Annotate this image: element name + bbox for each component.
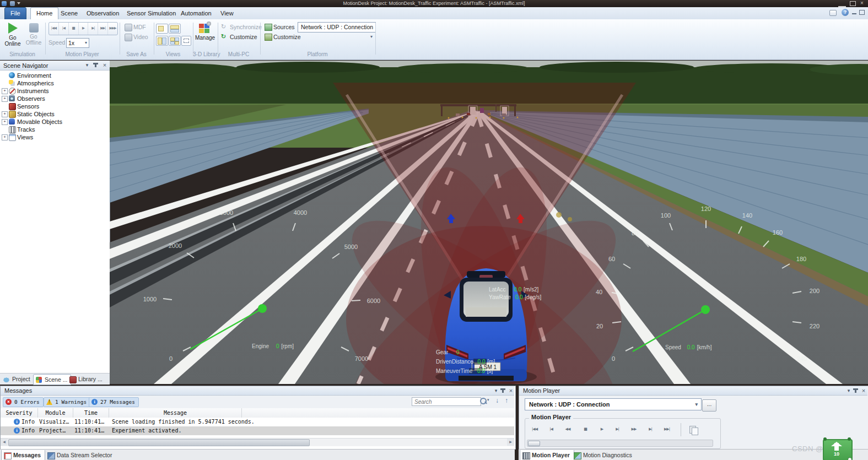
tab-project[interactable]: Project: [1, 374, 34, 384]
help-icon[interactable]: ?: [842, 9, 849, 16]
expander-icon[interactable]: +: [2, 119, 8, 125]
tree-item-sensors[interactable]: Sensors: [0, 102, 110, 110]
next-button[interactable]: ▶|: [643, 424, 657, 435]
connection-select[interactable]: Network : UDP : Connection ▾: [525, 398, 702, 410]
view-frame-button[interactable]: [181, 36, 191, 46]
connection-browse-button[interactable]: ...: [702, 399, 716, 412]
scene-navigator-pin-icon[interactable]: [95, 63, 96, 67]
message-row-selected[interactable]: i Info Project… 11:10:41… Experiment act…: [1, 426, 514, 435]
column-severity[interactable]: Severity: [1, 408, 38, 418]
statusbar-tab-messages[interactable]: Messages: [1, 450, 45, 460]
stop-button[interactable]: ■: [578, 424, 592, 435]
column-message[interactable]: Message: [109, 408, 242, 418]
selection-handle[interactable]: [848, 457, 852, 460]
tab-automation[interactable]: Automation: [175, 8, 217, 19]
play-button[interactable]: ▶: [79, 23, 89, 35]
motion-player-header[interactable]: Motion Player ▾ ×: [519, 386, 867, 396]
rewind-button[interactable]: ◀◀: [560, 424, 575, 435]
search-options-button[interactable]: ▾: [479, 397, 491, 405]
step-forward-button[interactable]: ▶|: [610, 424, 624, 435]
find-previous-button[interactable]: ↑: [503, 396, 510, 405]
tab-scene-navigator[interactable]: Scene ...: [33, 374, 71, 385]
skip-last-button[interactable]: ▶▶▶: [108, 23, 117, 35]
messages-close-icon[interactable]: ×: [508, 388, 514, 394]
messages-menu-icon[interactable]: ▾: [493, 388, 499, 394]
minimize-button[interactable]: [838, 1, 846, 7]
platform-customize-button[interactable]: Customize: [273, 33, 301, 41]
tree-item-observers[interactable]: + Observers: [0, 95, 110, 102]
sources-button[interactable]: Sources: [273, 23, 295, 31]
statusbar-tab-data-stream-selector[interactable]: Data Stream Selector: [45, 450, 116, 460]
scene-navigator-header[interactable]: Scene Navigator ▾ ×: [0, 61, 110, 71]
column-module[interactable]: Module: [38, 408, 73, 418]
scroll-right-icon[interactable]: ▶: [507, 439, 514, 446]
view-layout-3-button[interactable]: [156, 36, 168, 46]
search-input[interactable]: [412, 397, 481, 406]
close-button[interactable]: ×: [859, 0, 865, 7]
scroll-left-icon[interactable]: ◀: [1, 439, 8, 446]
motion-player-menu-icon[interactable]: ▾: [845, 388, 852, 394]
motion-player-pin-icon[interactable]: [855, 388, 856, 393]
fast-forward-button[interactable]: ▶▶|: [98, 23, 108, 35]
column-time[interactable]: Time: [73, 408, 109, 418]
restore-button[interactable]: [850, 1, 856, 6]
selection-handle[interactable]: [823, 437, 827, 441]
multipc-customize-button[interactable]: Customize: [230, 33, 257, 41]
find-next-button[interactable]: ↓: [493, 396, 501, 405]
tab-observation[interactable]: Observation: [81, 8, 125, 19]
tree-item-instruments[interactable]: + Instruments: [0, 87, 110, 95]
player-slider[interactable]: [527, 440, 713, 447]
go-offline-button[interactable]: Go Offline: [23, 21, 44, 51]
tree-item-static-objects[interactable]: + Static Objects: [0, 110, 110, 118]
view-layout-2-button[interactable]: [169, 24, 181, 34]
3d-viewport[interactable]: 0 1000 2000 3000 4000 5000 6000 7000 Eng…: [110, 61, 868, 384]
scroll-thumb[interactable]: [8, 439, 310, 446]
speed-select[interactable]: 1x ▾: [66, 38, 89, 48]
errors-filter-button[interactable]: × 0 Errors: [3, 397, 44, 407]
motion-player-close-icon[interactable]: ×: [860, 388, 867, 394]
view-layout-4-button[interactable]: [169, 36, 181, 46]
scene-navigator-close-icon[interactable]: ×: [101, 62, 108, 69]
copy-button[interactable]: [687, 424, 699, 435]
player-slider-thumb[interactable]: [528, 441, 540, 446]
expander-icon[interactable]: +: [2, 111, 8, 117]
messages-hscrollbar[interactable]: ◀ ▶: [1, 438, 514, 446]
view-layout-1-button[interactable]: [156, 24, 168, 34]
messages-pin-icon[interactable]: [502, 388, 504, 393]
mdf-button[interactable]: MDF: [133, 23, 146, 31]
tree-item-environment[interactable]: Environment: [0, 72, 110, 79]
warnings-filter-button[interactable]: ! 1 Warnings: [44, 397, 90, 407]
statusbar-tab-motion-player[interactable]: Motion Player: [520, 450, 574, 460]
ribbon-options-icon[interactable]: [829, 10, 837, 16]
manage-button[interactable]: Manage: [194, 21, 216, 51]
messages-header[interactable]: Messages ▾ ×: [1, 386, 514, 396]
tab-scene[interactable]: Scene: [55, 8, 83, 19]
tab-home[interactable]: Home: [30, 7, 58, 19]
video-button[interactable]: Video: [133, 33, 148, 41]
skip-last-button[interactable]: ▶▶|: [660, 424, 674, 435]
tree-item-atmospherics[interactable]: Atmospherics: [0, 79, 110, 87]
expander-icon[interactable]: +: [2, 88, 8, 94]
go-online-button[interactable]: Go Online: [2, 21, 23, 51]
play-button[interactable]: ▶: [595, 424, 609, 435]
skip-first-button[interactable]: |◀◀: [527, 424, 542, 435]
statusbar-tab-motion-diagnostics[interactable]: Motion Diagnostics: [572, 450, 636, 460]
scene-navigator-menu-icon[interactable]: ▾: [84, 62, 90, 69]
expander-icon[interactable]: +: [2, 134, 8, 140]
step-back-button[interactable]: |◀: [544, 424, 558, 435]
expander-icon[interactable]: +: [2, 96, 8, 102]
skip-first-button[interactable]: |◀◀: [49, 23, 59, 35]
fast-forward-button[interactable]: ▶▶: [627, 424, 641, 435]
tree-item-views[interactable]: + Views: [0, 133, 110, 141]
platform-connection-select[interactable]: Network : UDP : Connection ▾: [298, 22, 376, 33]
synchronize-button[interactable]: Synchronize: [230, 23, 262, 31]
step-forward-button[interactable]: ▶|: [88, 23, 98, 35]
selected-sign-object[interactable]: 10: [823, 439, 853, 460]
tab-view[interactable]: View: [215, 8, 239, 19]
messages-filter-button[interactable]: i 27 Messages: [89, 397, 139, 407]
tree-item-tracks[interactable]: Tracks: [0, 126, 110, 133]
message-row[interactable]: i Info Visualiz… 11:10:41… Scene loading…: [1, 418, 514, 426]
tab-sensor-simulation[interactable]: Sensor Simulation: [121, 8, 181, 19]
tree-item-movable-objects[interactable]: + Movable Objects: [0, 118, 110, 126]
mdi-restore-button[interactable]: [859, 10, 865, 15]
